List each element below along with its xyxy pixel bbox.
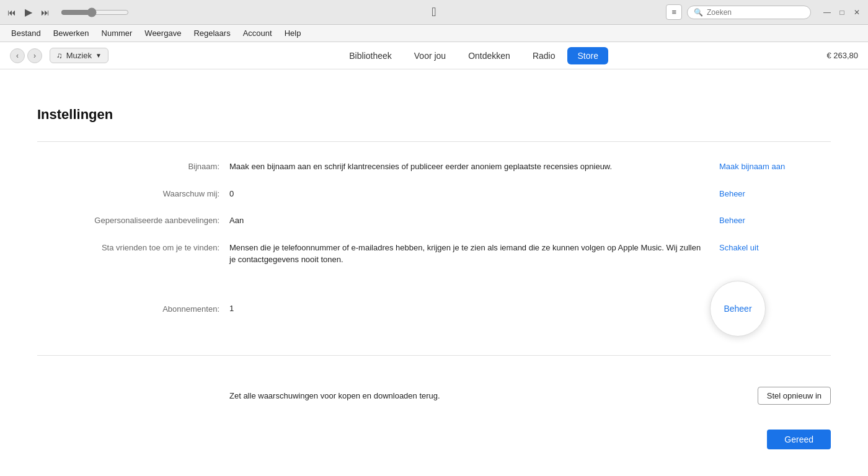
search-icon: 🔍 xyxy=(694,8,703,17)
volume-slider[interactable] xyxy=(61,7,129,17)
reset-button[interactable]: Stel opnieuw in xyxy=(758,387,831,405)
aanbevelingen-action: Beheer xyxy=(707,214,831,226)
aanbevelingen-value: Aan xyxy=(229,214,707,227)
page-title: Instellingen xyxy=(37,107,831,123)
footer-btn-row: Gereed xyxy=(37,417,831,449)
maak-bijnaam-link[interactable]: Maak bijnaam aan xyxy=(719,162,785,171)
abonnementen-row: Abonnementen: 1 Beheer xyxy=(37,281,831,337)
main-content: Instellingen Bijnaam: Maak een bijnaam a… xyxy=(0,69,868,476)
waarschuw-row: Waarschuw mij: 0 Beheer xyxy=(37,188,831,200)
rewind-button[interactable]: ⏮ xyxy=(5,5,19,20)
tab-ontdekken[interactable]: Ontdekken xyxy=(458,47,520,64)
nav-arrows: ‹ › xyxy=(10,48,42,63)
settings-table: Bijnaam: Maak een bijnaam aan en schrijf… xyxy=(37,161,831,337)
menu-bestand[interactable]: Bestand xyxy=(5,26,47,40)
abonnementen-label: Abonnementen: xyxy=(37,303,229,314)
back-button[interactable]: ‹ xyxy=(10,48,25,63)
transport-controls: ⏮ ▶ ⏭ xyxy=(5,4,129,20)
music-selector[interactable]: ♫ Muziek ▼ xyxy=(50,48,108,63)
schakel-uit-link[interactable]: Schakel uit xyxy=(719,243,759,252)
tab-bibliotheek[interactable]: Bibliotheek xyxy=(339,47,402,64)
menu-regelaars[interactable]: Regelaars xyxy=(187,26,236,40)
done-button[interactable]: Gereed xyxy=(767,430,831,449)
menu-bewerken[interactable]: Bewerken xyxy=(47,26,95,40)
tab-store[interactable]: Store xyxy=(567,47,608,64)
vrienden-action: Schakel uit xyxy=(707,242,831,253)
tab-voor-jou[interactable]: Voor jou xyxy=(404,47,456,64)
abonnementen-value: 1 xyxy=(229,302,707,315)
beheer-circle-button[interactable]: Beheer xyxy=(710,281,766,337)
search-input[interactable] xyxy=(707,8,800,17)
minimize-button[interactable]: — xyxy=(821,6,833,19)
menu-bar: Bestand Bewerken Nummer Weergave Regelaa… xyxy=(0,25,868,42)
vrienden-row: Sta vrienden toe om je te vinden: Mensen… xyxy=(37,242,831,266)
menu-account[interactable]: Account xyxy=(237,26,278,40)
menu-nummer[interactable]: Nummer xyxy=(95,26,139,40)
abonnementen-action: Beheer xyxy=(707,281,831,337)
forward-button-nav[interactable]: › xyxy=(27,48,42,63)
chevron-down-icon: ▼ xyxy=(95,52,102,59)
list-view-button[interactable]: ≡ xyxy=(666,4,682,20)
play-button[interactable]: ▶ xyxy=(22,4,35,20)
reset-section: Zet alle waarschuwingen voor kopen en do… xyxy=(37,374,831,417)
music-note-icon: ♫ xyxy=(56,51,63,60)
waarschuw-label: Waarschuw mij: xyxy=(37,188,229,198)
vrienden-label: Sta vrienden toe om je te vinden: xyxy=(37,242,229,252)
menu-help[interactable]: Help xyxy=(278,26,308,40)
vrienden-value: Mensen die je telefoonnummer of e-mailad… xyxy=(229,242,707,266)
bijnaam-row: Bijnaam: Maak een bijnaam aan en schrijf… xyxy=(37,161,831,173)
window-controls: — □ ✕ xyxy=(821,6,863,19)
music-label: Muziek xyxy=(66,51,92,60)
nav-tabs: Bibliotheek Voor jou Ontdekken Radio Sto… xyxy=(121,47,827,64)
bijnaam-value: Maak een bijnaam aan en schrijf klantrec… xyxy=(229,161,707,173)
aanbevelingen-beheer-link[interactable]: Beheer xyxy=(719,216,745,225)
forward-button[interactable]: ⏭ xyxy=(38,5,52,20)
maximize-button[interactable]: □ xyxy=(836,6,848,19)
bijnaam-action: Maak bijnaam aan xyxy=(707,161,831,172)
apple-logo:  xyxy=(432,5,436,19)
nav-bar: ‹ › ♫ Muziek ▼ Bibliotheek Voor jou Ontd… xyxy=(0,42,868,69)
waarschuw-action: Beheer xyxy=(707,188,831,199)
aanbevelingen-label: Gepersonaliseerde aanbevelingen: xyxy=(37,214,229,225)
title-bar-right: ≡ 🔍 — □ ✕ xyxy=(666,4,863,20)
search-box: 🔍 xyxy=(687,6,811,19)
aanbevelingen-row: Gepersonaliseerde aanbevelingen: Aan Beh… xyxy=(37,214,831,227)
menu-weergave[interactable]: Weergave xyxy=(138,26,187,40)
close-button[interactable]: ✕ xyxy=(851,6,863,19)
account-credit: € 263,80 xyxy=(826,51,858,60)
bottom-divider xyxy=(37,355,831,356)
bijnaam-label: Bijnaam: xyxy=(37,161,229,171)
top-divider xyxy=(37,141,831,142)
title-bar: ⏮ ▶ ⏭  ≡ 🔍 — □ ✕ xyxy=(0,0,868,25)
tab-radio[interactable]: Radio xyxy=(523,47,565,64)
waarschuw-value: 0 xyxy=(229,188,707,200)
reset-text: Zet alle waarschuwingen voor kopen en do… xyxy=(37,391,745,400)
waarschuw-beheer-link[interactable]: Beheer xyxy=(719,189,745,198)
